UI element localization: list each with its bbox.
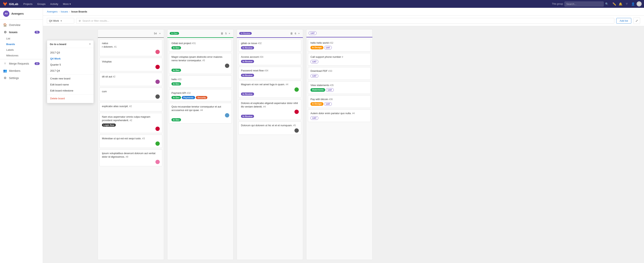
table-row[interactable]: hello #33 In Dev	[169, 75, 232, 88]
column-in-review-delete-btn[interactable]: 🗑	[290, 31, 294, 35]
table-row[interactable]: Pay with bitcoin #36 In Design UAT	[308, 95, 371, 108]
card-title: explicabo alias suscipit. #2	[102, 105, 160, 108]
table-row[interactable]: natusr dolorem. #1	[100, 39, 162, 56]
sidebar-item-merge-requests[interactable]: ⑂ Merge Requests 30	[0, 60, 43, 67]
nav-activity[interactable]: Activity	[48, 2, 60, 6]
add-list-button[interactable]: Add list	[616, 18, 631, 24]
breadcrumb-sep-2: ›	[69, 10, 70, 13]
table-row[interactable]: Call support phone number # UAT	[308, 53, 371, 65]
table-row[interactable]: Nam eius aspernatur omnis culpa magnam p…	[100, 113, 162, 133]
table-row[interactable]: View statements #35 Statements UAT	[308, 81, 371, 94]
card-labels: UAT	[310, 60, 368, 63]
board-select-chevron: ▼	[60, 20, 62, 22]
table-row[interactable]: Download PDF #33 UAT	[308, 67, 371, 80]
table-row[interactable]: Dolores et explicabo eligendi aspernatur…	[238, 99, 301, 120]
nav-user-icon[interactable]: 👤	[630, 1, 636, 7]
label-uat: UAT	[324, 102, 332, 106]
card-number: #3	[142, 137, 145, 140]
dropdown-header: Go to a board ×	[47, 40, 94, 48]
nav-projects[interactable]: Projects	[22, 2, 34, 6]
dropdown-delete-board[interactable]: Delete board	[47, 95, 94, 101]
table-row[interactable]: Magnam et non vel amet fuga in quam. #4 …	[238, 81, 301, 98]
avatar	[294, 128, 299, 133]
settings-label: Settings	[9, 76, 19, 80]
dropdown-board-2017q3[interactable]: 2017 Q3	[47, 49, 94, 56]
card-title: cum	[102, 90, 160, 93]
card-title: Access account #34	[241, 55, 299, 59]
table-row[interactable]: Dolorum qui dolorem ut hic et et et numq…	[238, 122, 301, 135]
table-row[interactable]: cum	[100, 88, 162, 101]
nav-merge-icon[interactable]: ⑂	[624, 1, 630, 7]
dropdown-create-board[interactable]: Create new board	[47, 75, 94, 82]
column-in-dev-delete-btn[interactable]: 🗑	[220, 31, 224, 35]
dropdown-board-quarter5[interactable]: Quarter 5	[47, 62, 94, 68]
sidebar-item-boards[interactable]: Boards	[6, 41, 43, 47]
table-row[interactable]: Access account #34 In Review	[238, 53, 301, 65]
filter-box[interactable]: ⊘ Search or filter results...	[76, 18, 614, 24]
card-number: #9	[126, 156, 128, 158]
sidebar-item-labels[interactable]: Labels	[6, 47, 43, 53]
table-row[interactable]: Molestiae ut qui est est sequi iusto. #3	[100, 135, 162, 148]
breadcrumb-issues[interactable]: Issues	[61, 10, 68, 13]
dropdown-close-button[interactable]: ×	[89, 42, 91, 46]
dropdown-board-list: 2017 Q3 Q4 Work Quarter 5 2017 Q4 Create…	[47, 48, 94, 103]
table-row[interactable]: Voluptas	[100, 58, 162, 71]
sidebar-item-milestones[interactable]: Milestones	[6, 53, 43, 58]
column-in-dev-add-btn[interactable]: +	[228, 31, 231, 35]
nav-icon-buttons: ✏️ 🔔 ⑂ 👤 AV	[612, 1, 642, 7]
board-selector[interactable]: Q4 Work ▼	[47, 18, 74, 24]
table-row[interactable]: Password reset flow #34 In Review	[238, 67, 301, 79]
column-in-review-add-btn[interactable]: +	[298, 31, 300, 35]
search-icon[interactable]: 🔍	[605, 2, 608, 5]
nav-groups[interactable]: Groups	[35, 2, 48, 6]
dropdown-edit-board-name[interactable]: Edit board name	[47, 82, 94, 88]
card-meta	[102, 50, 160, 54]
column-partial-header: 54 +	[98, 29, 164, 38]
table-row[interactable]: explicabo alias suscipit. #2	[100, 102, 162, 111]
table-row[interactable]: Quia recusandae tenetur consequatur et a…	[169, 103, 232, 123]
card-number: #5	[202, 59, 205, 62]
breadcrumb: Avengers › Issues › Issue Boards	[43, 8, 644, 15]
label-login-flow: Login flow	[102, 123, 116, 127]
table-row[interactable]: hello hello world #32 In Design UAT	[308, 39, 371, 51]
nav-avatar-icon[interactable]: AV	[636, 1, 642, 6]
logo[interactable]: GitLab	[2, 1, 18, 7]
table-row[interactable]: gitlab ce issue #32 In Review	[238, 39, 301, 51]
card-title: Dolorum qui dolorem ut hic et et et numq…	[241, 124, 299, 127]
breadcrumb-avengers[interactable]: Avengers	[47, 10, 58, 13]
sidebar-item-list[interactable]: List	[6, 36, 43, 41]
sidebar-item-overview[interactable]: 🏠 Overview	[0, 21, 43, 28]
table-row[interactable]: Payment API #32 In Dev Payments Security	[169, 89, 232, 101]
table-row[interactable]: Gitlab test project #31 In Dev	[169, 39, 232, 51]
avatar	[156, 50, 160, 54]
search-input[interactable]	[564, 1, 604, 6]
dropdown-board-2017q4[interactable]: 2017 Q4	[47, 68, 94, 74]
table-row[interactable]: Magni voluptas ipsam distinctio error ma…	[169, 53, 232, 74]
column-partial-add-btn[interactable]: +	[158, 31, 162, 35]
nav-more[interactable]: More ▾	[61, 2, 73, 6]
table-row[interactable]: dit sit aut #2	[100, 73, 162, 86]
avatar	[294, 110, 299, 114]
card-labels: In Design UAT	[310, 102, 368, 106]
sidebar: AV Avengers 🏠 Overview ⊙ Issues 71 List …	[0, 8, 43, 263]
card-labels: In Dev	[172, 82, 229, 85]
dropdown-edit-board-milestone[interactable]: Edit board milestone	[47, 88, 94, 94]
card-meta	[102, 141, 160, 146]
board-select-value: Q4 Work	[49, 19, 59, 22]
sidebar-item-settings[interactable]: ⚙ Settings	[0, 74, 43, 82]
dropdown-divider-1	[47, 74, 94, 75]
card-meta	[102, 160, 160, 164]
fullscreen-button[interactable]: ⤢	[633, 17, 640, 24]
table-row[interactable]: Autem dolor enim pariatur quo nulla. #4 …	[308, 109, 371, 122]
table-row[interactable]: Ipsum voluptatibus deserunt dolorum aut …	[100, 149, 162, 166]
sidebar-item-members[interactable]: 👥 Members	[0, 67, 43, 74]
sidebar-item-issues[interactable]: ⊙ Issues 71	[0, 28, 43, 36]
card-labels: Login flow	[102, 123, 160, 127]
nav-bell-icon[interactable]: 🔔	[618, 1, 623, 7]
board-toolbar: Q4 Work ▼ ⊘ Search or filter results... …	[43, 15, 644, 26]
dropdown-board-q4work[interactable]: Q4 Work	[47, 56, 94, 62]
nav-edit-icon[interactable]: ✏️	[612, 1, 617, 7]
card-meta	[241, 128, 299, 133]
card-labels: In Review	[241, 60, 299, 63]
top-navigation: GitLab Projects Groups Activity More ▾ T…	[0, 0, 644, 8]
